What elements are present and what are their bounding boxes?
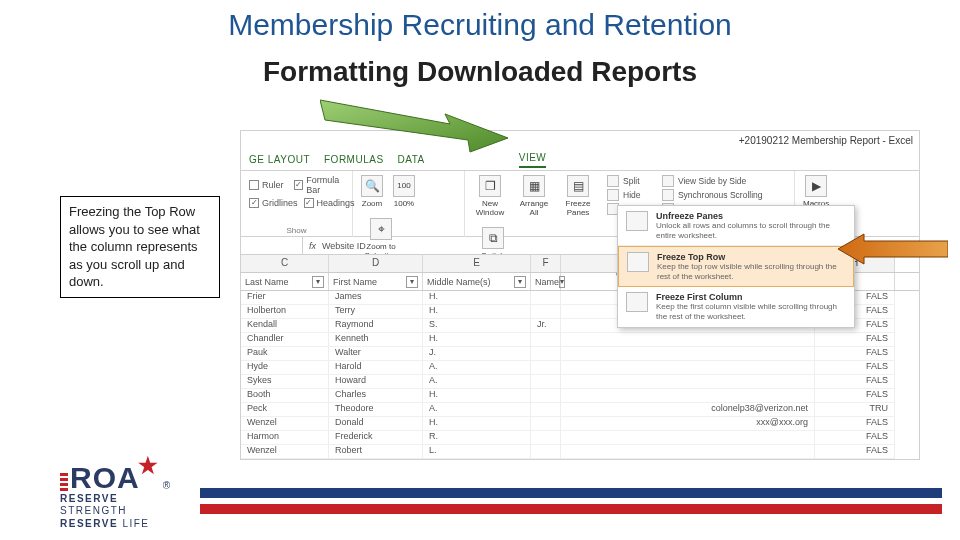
btn-sync-scroll[interactable]: Synchronous Scrolling xyxy=(662,189,765,201)
hdr-last-name[interactable]: Last Name▾ xyxy=(241,273,329,290)
slide-title: Membership Recruiting and Retention xyxy=(0,8,960,42)
hdr-first-name[interactable]: First Name▾ xyxy=(329,273,423,290)
tab-formulas[interactable]: FORMULAS xyxy=(324,154,384,165)
tab-data[interactable]: DATA xyxy=(398,154,425,165)
flag-stripes-icon xyxy=(60,473,68,491)
menu-freeze-first-col[interactable]: Freeze First ColumnKeep the first column… xyxy=(618,287,854,326)
col-C[interactable]: C xyxy=(241,255,329,272)
btn-hide-label: Hide xyxy=(623,190,640,200)
menu-freeze-top-desc: Keep the top row visible while scrolling… xyxy=(657,262,845,281)
col-D[interactable]: D xyxy=(329,255,423,272)
callout-box: Freezing the Top Row allows you to see w… xyxy=(60,196,220,298)
group-show-label: Show xyxy=(249,226,344,235)
menu-unfreeze-desc: Unlock all rows and columns to scroll th… xyxy=(656,221,846,240)
btn-arrange-all[interactable]: ▦Arrange All xyxy=(517,175,551,217)
excel-doc-title: +20190212 Membership Report - Excel xyxy=(739,135,913,146)
btn-arrange-label: Arrange All xyxy=(517,199,551,217)
hdr-middle[interactable]: Middle Name(s)▾ xyxy=(423,273,531,290)
magnifier-icon: 🔍 xyxy=(361,175,383,197)
registered-icon: ® xyxy=(163,480,170,491)
table-row[interactable]: PeckTheodoreA.colonelp38@verizon.netTRU xyxy=(241,403,919,417)
table-row[interactable]: HydeHaroldA.FALS xyxy=(241,361,919,375)
blue-bar xyxy=(200,488,942,498)
table-row[interactable]: WenzelDonaldH.xxx@xxx.orgFALS xyxy=(241,417,919,431)
menu-unfreeze[interactable]: Unfreeze PanesUnlock all rows and column… xyxy=(618,206,854,246)
btn-100[interactable]: 100100% xyxy=(393,175,415,208)
btn-split-label: Split xyxy=(623,176,640,186)
btn-zoom-label: Zoom xyxy=(362,199,382,208)
freeze-top-row-icon xyxy=(627,252,649,272)
menu-freeze-col-desc: Keep the first column visible while scro… xyxy=(656,302,846,321)
excel-screenshot: +20190212 Membership Report - Excel GE L… xyxy=(240,130,920,460)
arrange-icon: ▦ xyxy=(523,175,545,197)
menu-unfreeze-title: Unfreeze Panes xyxy=(656,211,846,221)
tag1a: RESERVE xyxy=(60,493,118,504)
freeze-first-col-icon xyxy=(626,292,648,312)
btn-new-window-label: New Window xyxy=(473,199,507,217)
table-row[interactable]: PaukWalterJ.FALS xyxy=(241,347,919,361)
roa-logo: ROA★ ® RESERVE STRENGTH RESERVE LIFE xyxy=(60,464,178,531)
red-bar xyxy=(200,504,942,514)
table-row[interactable]: BoothCharlesH.FALS xyxy=(241,389,919,403)
btn-freeze-label: Freeze Panes xyxy=(561,199,595,217)
footer: ROA★ ® RESERVE STRENGTH RESERVE LIFE xyxy=(0,460,960,540)
hdr-suffix-label: Name xyxy=(535,277,559,287)
cb-formula-bar[interactable]: ✓Formula Bar xyxy=(294,175,355,195)
tab-layout[interactable]: GE LAYOUT xyxy=(249,154,310,165)
btn-split[interactable]: Split xyxy=(607,175,650,187)
menu-freeze-col-title: Freeze First Column xyxy=(656,292,846,302)
hdr-suffix[interactable]: Name▾ xyxy=(531,273,561,290)
btn-freeze-panes[interactable]: ▤Freeze Panes xyxy=(561,175,595,217)
btn-view-side-label: View Side by Side xyxy=(678,176,746,186)
star-icon: ★ xyxy=(138,456,159,476)
cb-ruler-label: Ruler xyxy=(262,180,284,190)
btn-new-window[interactable]: ❐New Window xyxy=(473,175,507,217)
col-F[interactable]: F xyxy=(531,255,561,272)
tag2b: LIFE xyxy=(122,518,149,529)
group-show: Ruler ✓Formula Bar ✓Gridlines ✓Headings … xyxy=(241,171,353,237)
table-row[interactable]: HarmonFrederickR.FALS xyxy=(241,431,919,445)
tab-view[interactable]: VIEW xyxy=(519,152,547,168)
btn-sync-label: Synchronous Scrolling xyxy=(678,190,763,200)
table-row[interactable]: WenzelRobertL.FALS xyxy=(241,445,919,459)
cb-headings[interactable]: ✓Headings xyxy=(304,198,355,208)
cb-formula-bar-label: Formula Bar xyxy=(306,175,354,195)
logo-tagline: RESERVE STRENGTH RESERVE LIFE xyxy=(60,493,178,531)
slide-subtitle: Formatting Downloaded Reports xyxy=(0,56,960,88)
freeze-panes-menu: Unfreeze PanesUnlock all rows and column… xyxy=(617,205,855,328)
side-by-side-icon xyxy=(662,175,674,187)
hdr-last-label: Last Name xyxy=(245,277,289,287)
hundred-icon: 100 xyxy=(393,175,415,197)
col-E[interactable]: E xyxy=(423,255,531,272)
fx-label: fx xyxy=(309,241,316,251)
hide-icon xyxy=(607,189,619,201)
group-zoom: 🔍Zoom 100100% ⌖Zoom to Selection Zoom xyxy=(353,171,465,237)
btn-macros[interactable]: ▶Macros xyxy=(803,175,829,208)
cb-headings-label: Headings xyxy=(317,198,355,208)
split-icon xyxy=(607,175,619,187)
btn-100-label: 100% xyxy=(394,199,414,208)
hdr-middle-label: Middle Name(s) xyxy=(427,277,491,287)
cb-ruler[interactable]: Ruler xyxy=(249,175,284,195)
unfreeze-icon xyxy=(626,211,648,231)
btn-zoom[interactable]: 🔍Zoom xyxy=(361,175,383,208)
ribbon-tabs: GE LAYOUT FORMULAS DATA VIEW xyxy=(241,149,919,171)
btn-hide[interactable]: Hide xyxy=(607,189,650,201)
table-row[interactable]: SykesHowardA.FALS xyxy=(241,375,919,389)
table-row[interactable]: ChandlerKennethH.FALS xyxy=(241,333,919,347)
cb-gridlines[interactable]: ✓Gridlines xyxy=(249,198,298,208)
sync-scroll-icon xyxy=(662,189,674,201)
name-box[interactable] xyxy=(243,237,303,254)
menu-freeze-top-row[interactable]: Freeze Top RowKeep the top row visible w… xyxy=(618,246,854,287)
filter-icon[interactable]: ▾ xyxy=(514,276,526,288)
macros-icon: ▶ xyxy=(805,175,827,197)
tag1b: STRENGTH xyxy=(60,505,127,516)
freeze-panes-icon: ▤ xyxy=(567,175,589,197)
filter-icon[interactable]: ▾ xyxy=(406,276,418,288)
new-window-icon: ❐ xyxy=(479,175,501,197)
hdr-first-label: First Name xyxy=(333,277,377,287)
filter-icon[interactable]: ▾ xyxy=(312,276,324,288)
tag2a: RESERVE xyxy=(60,518,122,529)
fx-value[interactable]: Website ID xyxy=(322,241,366,251)
btn-view-side[interactable]: View Side by Side xyxy=(662,175,765,187)
